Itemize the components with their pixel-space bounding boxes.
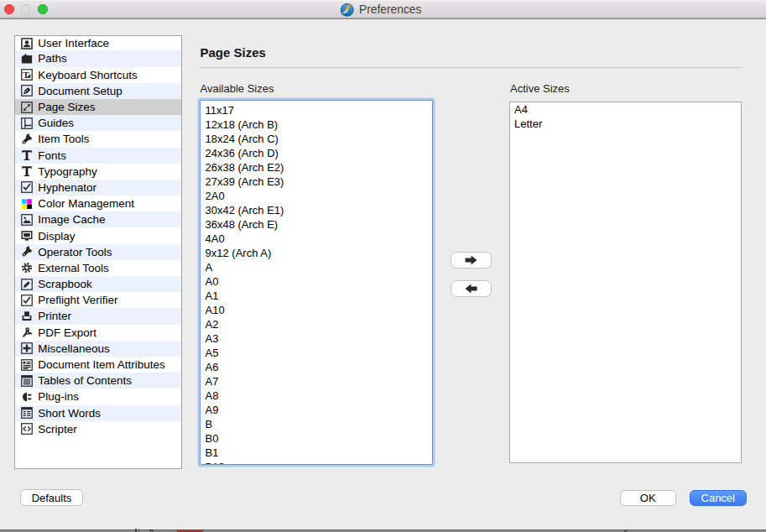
svg-text:T: T [23,70,29,80]
